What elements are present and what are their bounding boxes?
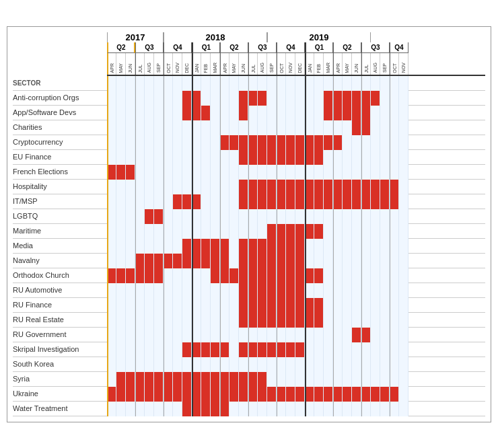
header-cell [173,76,182,91]
empty-cell [314,328,324,342]
filled-cell [192,387,201,402]
sector-row: LGBTQ [13,209,485,224]
empty-cell [361,372,371,387]
empty-cell [277,209,286,224]
filled-cell [352,91,361,106]
empty-cell [211,298,220,313]
empty-cell [399,254,408,268]
empty-cell [352,313,361,328]
cells-container [107,357,485,371]
empty-cell [343,254,352,268]
sector-row: RU Finance [13,298,485,313]
empty-cell [229,120,239,135]
month-label-JUL: JUL [135,53,145,75]
header-cell [314,76,324,91]
empty-cell [295,357,305,372]
empty-cell [333,328,343,342]
sector-row: Syria [13,372,485,387]
filled-cell [267,194,277,209]
empty-cell [107,194,116,209]
empty-cell [267,120,277,135]
empty-cell [239,120,248,135]
empty-cell [371,165,380,180]
empty-cell [399,180,408,194]
empty-cell [145,224,154,239]
empty-cell [192,328,201,342]
empty-cell [135,150,145,165]
header-cell [371,76,380,91]
filled-cell [229,135,239,150]
header-cell [220,76,229,91]
empty-cell [305,91,314,106]
empty-cell [390,120,399,135]
filled-cell [135,254,145,268]
filled-cell [135,387,145,402]
empty-cell [116,91,126,106]
empty-cell [380,328,390,342]
empty-cell [135,120,145,135]
filled-cell [211,239,220,254]
filled-cell [277,342,286,357]
filled-cell [277,135,286,150]
sector-row: Cryptocurrency [13,135,485,150]
empty-cell [333,224,343,239]
header-cell [277,76,286,91]
filled-cell [211,268,220,283]
empty-cell [116,254,126,268]
filled-cell [258,268,267,283]
empty-cell [135,165,145,180]
filled-cell [182,239,192,254]
empty-cell [343,165,352,180]
month-label-JUL: JUL [361,53,371,75]
empty-cell [154,135,164,150]
empty-cell [380,150,390,165]
filled-cell [258,298,267,313]
sector-row: Anti-corruption Orgs [13,91,485,106]
empty-cell [248,224,258,239]
empty-cell [173,106,182,120]
empty-cell [380,209,390,224]
empty-cell [371,372,380,387]
sector-name: Ukraine [13,387,107,401]
empty-cell [314,372,324,387]
sector-row: RU Real Estate [13,313,485,328]
filled-cell [267,283,277,298]
filled-cell [126,165,135,180]
empty-cell [390,254,399,268]
filled-cell [277,194,286,209]
empty-cell [201,209,211,224]
filled-cell [248,298,258,313]
empty-cell [116,328,126,342]
empty-cell [352,209,361,224]
empty-cell [305,342,314,357]
empty-cell [361,283,371,298]
empty-cell [107,224,116,239]
filled-cell [286,283,295,298]
filled-cell [154,254,164,268]
empty-cell [333,283,343,298]
empty-cell [126,254,135,268]
empty-cell [182,135,192,150]
empty-cell [135,298,145,313]
empty-cell [371,342,380,357]
empty-cell [333,342,343,357]
empty-cell [343,298,352,313]
filled-cell [295,135,305,150]
filled-cell [352,194,361,209]
cells-container [107,180,485,194]
empty-cell [343,224,352,239]
filled-cell [324,91,333,106]
empty-cell [277,120,286,135]
sector-name: RU Finance [13,298,107,312]
filled-cell [211,254,220,268]
filled-cell [107,268,116,283]
empty-cell [286,165,295,180]
sector-name: Navalny [13,254,107,268]
empty-cell [126,209,135,224]
filled-cell [154,209,164,224]
empty-cell [229,165,239,180]
filled-cell [305,268,314,283]
empty-cell [361,268,371,283]
empty-cell [173,135,182,150]
empty-cell [116,239,126,254]
